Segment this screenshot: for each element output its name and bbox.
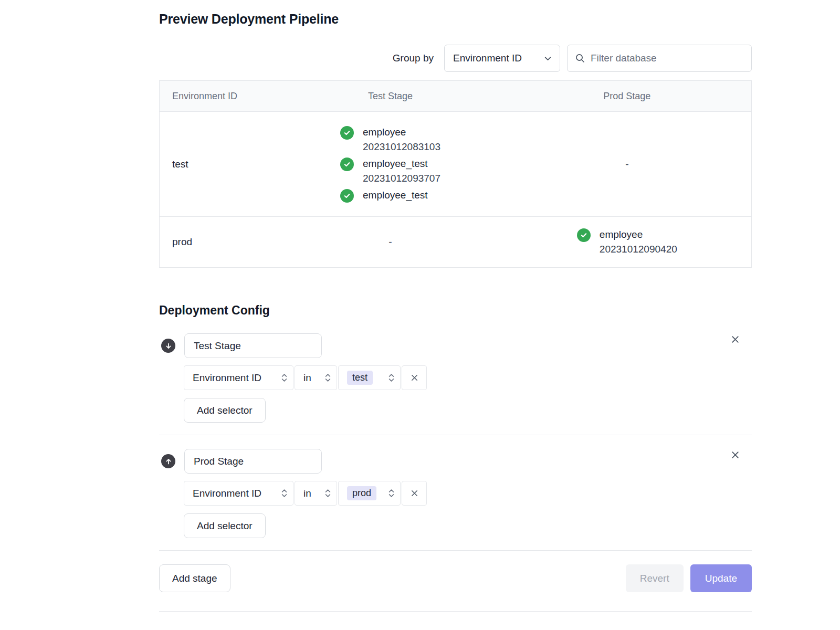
success-check-icon (340, 158, 354, 171)
database-name: employee (600, 228, 677, 242)
selector-value-select[interactable]: prod (338, 481, 401, 506)
remove-stage-button[interactable] (729, 449, 741, 461)
updown-chevron-icon (281, 372, 288, 383)
test-stage-cell: employee 20231012083103 employee_test 20… (278, 122, 502, 206)
header-test-stage: Test Stage (278, 91, 502, 102)
selector-operator-value: in (303, 488, 311, 499)
search-icon (575, 53, 585, 64)
environment-name: test (160, 159, 278, 170)
stage-config-test: Environment ID in test (159, 318, 752, 423)
deployment-item: employee 20231012083103 (340, 125, 440, 154)
deployment-item: employee_test 20231012093707 (340, 157, 440, 185)
selector-key-value: Environment ID (193, 372, 261, 384)
revert-button[interactable]: Revert (626, 564, 684, 592)
arrow-down-circle-icon (165, 342, 172, 350)
updown-chevron-icon (388, 372, 395, 383)
move-stage-down-button[interactable] (161, 339, 175, 353)
selector-row: Environment ID in prod (184, 481, 752, 506)
database-version: 20231012093707 (363, 172, 440, 185)
environment-name: prod (160, 236, 278, 248)
success-check-icon (340, 189, 354, 203)
group-by-selected-value: Environment ID (453, 52, 522, 64)
table-row: test employee 20231012083103 (160, 112, 751, 217)
table-row: prod - employee 20231012090420 (160, 217, 751, 267)
selector-value-select[interactable]: test (338, 365, 401, 390)
close-icon (730, 454, 740, 461)
database-name: employee (363, 125, 440, 139)
table-header-row: Environment ID Test Stage Prod Stage (160, 81, 751, 112)
divider (159, 550, 752, 551)
updown-chevron-icon (324, 372, 331, 383)
selector-operator-value: in (303, 372, 311, 384)
selector-value-tag: test (347, 371, 373, 385)
header-environment-id: Environment ID (160, 91, 278, 102)
database-version: 20231012090420 (600, 243, 677, 256)
remove-selector-button[interactable] (402, 365, 427, 390)
selector-operator-select[interactable]: in (295, 365, 337, 390)
updown-chevron-icon (324, 488, 331, 499)
add-selector-button[interactable]: Add selector (184, 513, 266, 538)
divider (159, 611, 752, 612)
filter-database-box (567, 45, 752, 72)
close-icon (410, 376, 419, 384)
config-footer: Add stage Revert Update (159, 564, 752, 592)
database-name: employee_test (363, 157, 440, 171)
prod-stage-cell-empty: - (503, 159, 751, 170)
arrow-up-circle-icon (165, 458, 172, 465)
selector-value-tag: prod (347, 486, 376, 500)
header-prod-stage: Prod Stage (503, 91, 751, 102)
test-stage-cell-empty: - (278, 236, 502, 248)
move-stage-up-button[interactable] (161, 454, 175, 468)
stage-name-input[interactable] (184, 449, 322, 474)
deployment-item: employee_test (340, 188, 440, 203)
group-by-select[interactable]: Environment ID (444, 45, 560, 72)
add-stage-button[interactable]: Add stage (159, 564, 230, 592)
pipeline-table: Environment ID Test Stage Prod Stage tes… (159, 80, 752, 268)
stage-name-input[interactable] (184, 333, 322, 358)
remove-selector-button[interactable] (402, 481, 427, 506)
selector-key-select[interactable]: Environment ID (184, 365, 293, 390)
prod-stage-cell: employee 20231012090420 (503, 225, 751, 259)
selector-row: Environment ID in test (184, 365, 752, 390)
selector-key-select[interactable]: Environment ID (184, 481, 293, 506)
chevron-down-icon (543, 54, 552, 63)
selector-key-value: Environment ID (193, 488, 261, 499)
group-by-label: Group by (393, 52, 434, 64)
close-icon (730, 338, 740, 346)
update-button[interactable]: Update (690, 564, 752, 592)
updown-chevron-icon (281, 488, 288, 499)
filter-database-input[interactable] (591, 52, 744, 64)
page-title: Preview Deployment Pipeline (159, 12, 752, 27)
deployment-pipeline-page: Preview Deployment Pipeline Group by Env… (159, 0, 752, 612)
pipeline-toolbar: Group by Environment ID (159, 45, 752, 72)
success-check-icon (340, 126, 354, 140)
close-icon (410, 491, 419, 499)
updown-chevron-icon (388, 488, 395, 499)
success-check-icon (577, 228, 591, 242)
stage-config-prod: Environment ID in prod (159, 435, 752, 538)
add-selector-button[interactable]: Add selector (184, 398, 266, 423)
remove-stage-button[interactable] (729, 333, 741, 345)
deployment-config-title: Deployment Config (159, 303, 752, 318)
database-name: employee_test (363, 188, 428, 202)
selector-operator-select[interactable]: in (295, 481, 337, 506)
database-version: 20231012083103 (363, 140, 440, 154)
deployment-item: employee 20231012090420 (577, 228, 677, 256)
